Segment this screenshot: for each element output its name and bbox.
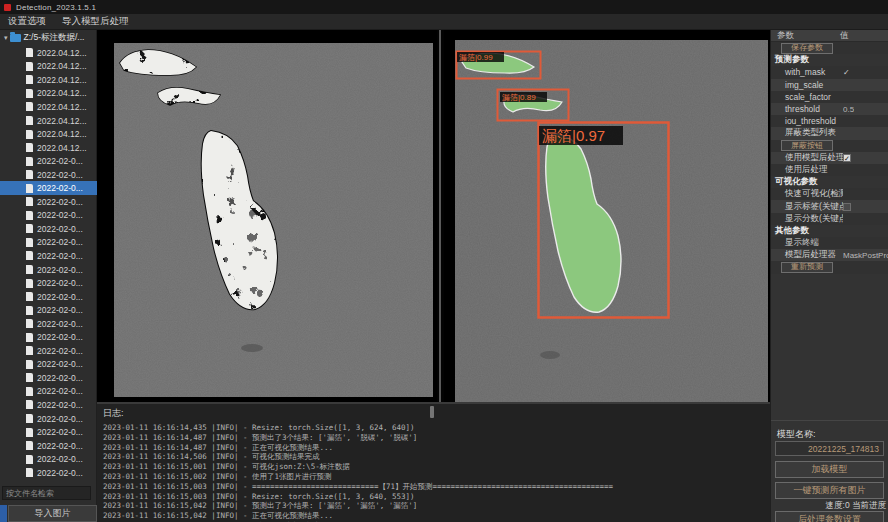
log-line: 2023-01-11 16:16:15,003 |INFO| - =======…	[103, 482, 770, 492]
tree-item[interactable]: 2022-02-0...	[0, 330, 97, 344]
tree-item[interactable]: 2022.04.12...	[0, 141, 97, 155]
tree-item[interactable]: 2022-02-0...	[0, 303, 97, 317]
tree-item[interactable]: 2022.04.12...	[0, 60, 97, 74]
param-button[interactable]: 重新预测	[781, 262, 833, 273]
param-rows: 保存参数预测参数with_mask✓img_scalescale_factort…	[771, 42, 888, 274]
file-list: 2022.04.12...2022.04.12...2022.04.12...2…	[0, 46, 97, 486]
file-icon	[26, 441, 33, 450]
chevron-down-icon[interactable]: ▾	[4, 34, 8, 42]
import-images-button[interactable]: 导入图片	[8, 505, 97, 522]
app-icon	[4, 4, 11, 11]
tree-item[interactable]: 2022-02-0...	[0, 344, 97, 358]
tree-item[interactable]: 2022-02-0...	[0, 249, 97, 263]
predict-all-button[interactable]: 一键预测所有图片	[775, 482, 884, 499]
param-label: with_mask	[771, 67, 843, 77]
log-line: 2023-01-11 16:16:15,001 |INFO| - 可视化json…	[103, 462, 770, 472]
tree-item[interactable]: 2022-02-0...	[0, 466, 97, 480]
search-input[interactable]	[2, 486, 91, 500]
file-tree-sidebar: ▾ Z:/5-标注数据/... 2022.04.12...2022.04.12.…	[0, 30, 97, 522]
file-name: 2022-02-0...	[37, 319, 83, 329]
checkbox-empty[interactable]	[843, 203, 851, 211]
file-name: 2022.04.12...	[37, 61, 87, 71]
tree-item[interactable]: 2022.04.12...	[0, 100, 97, 114]
tree-root-folder[interactable]: ▾ Z:/5-标注数据/...	[0, 30, 96, 46]
file-name: 2022-02-0...	[37, 224, 83, 234]
file-name: 2022-02-0...	[37, 210, 83, 220]
detection-label: 漏箔|0.89	[502, 93, 536, 102]
file-name: 2022-02-0...	[37, 305, 83, 315]
tree-item[interactable]: 2022-02-0...	[0, 154, 97, 168]
value-column-header: 值	[840, 30, 849, 42]
postprocess-settings-button[interactable]: 后处理参数设置	[775, 511, 884, 522]
file-icon	[26, 346, 33, 355]
tree-item[interactable]: 2022-02-0...	[0, 317, 97, 331]
param-row: 屏蔽类型列表	[771, 127, 888, 139]
log-lines: 2023-01-11 16:16:14,435 |INFO| - Resize:…	[103, 423, 770, 522]
param-label: 显示终端	[771, 237, 843, 249]
file-icon	[26, 400, 33, 409]
menu-import-model-postprocess[interactable]: 导入模型后处理	[62, 15, 129, 28]
detection-image: 漏箔|0.99 漏箔|0.89 漏箔|0.97	[455, 40, 768, 402]
tree-item[interactable]: 2022-02-0...	[0, 236, 97, 250]
file-name: 2022-02-0...	[37, 400, 83, 410]
file-icon	[26, 333, 33, 342]
tree-item[interactable]: 2022.04.12...	[0, 87, 97, 101]
file-name: 2022-02-0...	[37, 454, 83, 464]
splitter-grip[interactable]	[430, 406, 434, 418]
param-label: 快速可视化(检测)	[771, 188, 843, 200]
file-name: 2022-02-0...	[37, 170, 83, 180]
tree-item[interactable]: 2022-02-0...	[0, 358, 97, 372]
param-button[interactable]: 保存参数	[781, 43, 833, 54]
param-label: 显示标签(关键点)	[771, 201, 843, 213]
image-splitter[interactable]	[437, 30, 444, 402]
file-name: 2022-02-0...	[37, 359, 83, 369]
checkbox-checked[interactable]: ✓	[843, 154, 851, 162]
file-icon	[26, 143, 33, 152]
tree-root-label: Z:/5-标注数据/...	[24, 32, 85, 44]
file-icon	[26, 373, 33, 382]
param-table-header: 参数 值	[771, 30, 888, 42]
tree-item[interactable]: 2022-02-0...	[0, 276, 97, 290]
tree-item[interactable]: 2022-02-0...	[0, 209, 97, 223]
param-value: MaskPostPro	[843, 251, 888, 260]
param-label: 使用模型后处理	[771, 152, 843, 164]
file-name: 2022-02-0...	[37, 468, 83, 478]
file-name: 2022-02-0...	[37, 156, 83, 166]
tree-item[interactable]: 2022.04.12...	[0, 46, 97, 60]
scrollbar-corner[interactable]	[0, 505, 7, 522]
file-name: 2022-02-0...	[37, 441, 83, 451]
tree-item[interactable]: 2022-02-0...	[0, 425, 97, 439]
param-row: 保存参数	[771, 42, 888, 54]
param-label: 屏蔽类型列表	[771, 127, 843, 139]
tree-item[interactable]: 2022-02-0...	[0, 371, 97, 385]
tree-item[interactable]: 2022.04.12...	[0, 114, 97, 128]
raw-image	[114, 43, 433, 397]
tree-item[interactable]: 2022-02-0...	[0, 181, 97, 195]
tree-item[interactable]: 2022-02-0...	[0, 168, 97, 182]
tree-item[interactable]: 2022-02-0...	[0, 439, 97, 453]
tree-item[interactable]: 2022-02-0...	[0, 412, 97, 426]
file-name: 2022-02-0...	[37, 278, 83, 288]
param-column-header: 参数	[771, 30, 840, 42]
file-name: 2022-02-0...	[37, 427, 83, 437]
file-name: 2022.04.12...	[37, 75, 87, 85]
tree-item[interactable]: 2022-02-0...	[0, 263, 97, 277]
file-icon	[26, 157, 33, 166]
menu-settings[interactable]: 设置选项	[8, 15, 46, 28]
tree-item[interactable]: 2022.04.12...	[0, 73, 97, 87]
tree-item[interactable]: 2022.04.12...	[0, 127, 97, 141]
tree-item[interactable]: 2022-02-0...	[0, 398, 97, 412]
tree-item[interactable]: 2022-02-0...	[0, 290, 97, 304]
file-name: 2022-02-0...	[37, 292, 83, 302]
tree-item[interactable]: 2022-02-0...	[0, 452, 97, 466]
tree-item[interactable]: 2022-02-0...	[0, 222, 97, 236]
model-name-field[interactable]: 20221225_174813	[775, 441, 884, 456]
file-name: 2022.04.12...	[37, 129, 87, 139]
load-model-button[interactable]: 加载模型	[775, 461, 884, 478]
param-section-header: 可视化参数	[771, 176, 888, 188]
param-row: img_scale	[771, 79, 888, 91]
tree-item[interactable]: 2022-02-0...	[0, 195, 97, 209]
tree-item[interactable]: 2022-02-0...	[0, 385, 97, 399]
file-icon	[26, 292, 33, 301]
param-button[interactable]: 屏蔽按钮	[781, 140, 833, 151]
